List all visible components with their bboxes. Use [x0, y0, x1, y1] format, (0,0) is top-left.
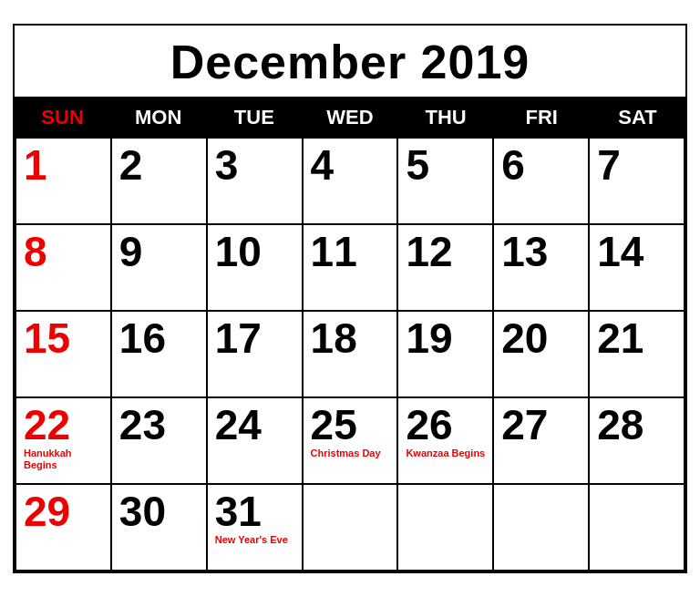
cell-date: 19 — [406, 317, 452, 359]
calendar-cell: 16 — [112, 312, 208, 398]
cell-date: 28 — [597, 404, 643, 446]
cell-date: 6 — [501, 144, 525, 186]
cell-date: 2 — [119, 144, 143, 186]
cell-date: 31 — [215, 490, 262, 532]
calendar-cell: 3 — [208, 139, 304, 225]
cell-date: 1 — [24, 144, 47, 186]
calendar-cell: 2 — [112, 139, 208, 225]
calendar-cell: 14 — [590, 225, 685, 312]
calendar-cell: 6 — [494, 139, 590, 225]
calendar-body: 12345678910111213141516171819202122Hanuk… — [15, 137, 685, 571]
cell-event: New Year's Eve — [215, 534, 288, 546]
calendar-cell: 4 — [304, 139, 399, 225]
cell-date: 3 — [215, 144, 239, 186]
calendar-cell: 1 — [16, 139, 112, 225]
cell-event: Hanukkah Begins — [24, 448, 103, 471]
cell-date: 13 — [501, 231, 548, 273]
calendar-cell: 22Hanukkah Begins — [16, 398, 112, 485]
calendar-cell: 24 — [208, 398, 304, 485]
cell-date: 10 — [215, 231, 262, 273]
calendar-cell: 15 — [16, 312, 112, 398]
calendar-cell: 18 — [304, 312, 399, 398]
header-day-sun: SUN — [15, 98, 110, 137]
cell-event: Kwanzaa Begins — [406, 448, 485, 459]
cell-date: 21 — [597, 317, 643, 359]
cell-date: 7 — [597, 144, 621, 186]
calendar-cell: 19 — [398, 312, 494, 398]
cell-date: 11 — [311, 231, 357, 273]
cell-date: 24 — [215, 404, 262, 446]
calendar: December 2019 SUNMONTUEWEDTHUFRISAT 1234… — [13, 24, 687, 573]
cell-date: 17 — [215, 317, 262, 359]
calendar-cell: 17 — [208, 312, 304, 398]
cell-date: 16 — [119, 317, 166, 359]
calendar-cell: 27 — [494, 398, 590, 485]
cell-date: 23 — [119, 404, 166, 446]
calendar-cell: 28 — [590, 398, 685, 485]
calendar-header: SUNMONTUEWEDTHUFRISAT — [15, 98, 685, 137]
cell-date: 9 — [119, 231, 143, 273]
cell-date: 8 — [24, 231, 47, 273]
cell-date: 25 — [311, 404, 357, 446]
calendar-cell: 12 — [398, 225, 494, 312]
cell-date: 12 — [406, 231, 452, 273]
cell-date: 27 — [501, 404, 548, 446]
cell-date: 18 — [311, 317, 357, 359]
cell-date: 29 — [24, 490, 70, 532]
cell-date: 15 — [24, 317, 70, 359]
cell-date: 5 — [406, 144, 429, 186]
cell-date: 20 — [501, 317, 548, 359]
calendar-cell: 25Christmas Day — [304, 398, 399, 485]
calendar-cell: 20 — [494, 312, 590, 398]
calendar-title: December 2019 — [15, 26, 685, 98]
calendar-cell: 13 — [494, 225, 590, 312]
header-day-wed: WED — [302, 98, 397, 137]
calendar-cell — [398, 485, 494, 571]
cell-date: 26 — [406, 404, 452, 446]
calendar-cell: 23 — [112, 398, 208, 485]
header-day-fri: FRI — [494, 98, 590, 137]
calendar-cell: 11 — [304, 225, 399, 312]
calendar-cell: 5 — [398, 139, 494, 225]
calendar-cell: 26Kwanzaa Begins — [398, 398, 494, 485]
cell-date: 14 — [597, 231, 643, 273]
calendar-cell — [304, 485, 399, 571]
calendar-cell: 21 — [590, 312, 685, 398]
cell-date: 22 — [24, 404, 70, 446]
calendar-cell: 9 — [112, 225, 208, 312]
calendar-cell — [494, 485, 590, 571]
calendar-cell: 10 — [208, 225, 304, 312]
calendar-cell: 31New Year's Eve — [208, 485, 304, 571]
cell-date: 30 — [119, 490, 166, 532]
header-day-tue: TUE — [206, 98, 302, 137]
calendar-cell: 30 — [112, 485, 208, 571]
header-day-thu: THU — [398, 98, 494, 137]
calendar-cell: 29 — [16, 485, 112, 571]
header-day-sat: SAT — [590, 98, 685, 137]
calendar-cell: 8 — [16, 225, 112, 312]
calendar-cell: 7 — [590, 139, 685, 225]
cell-date: 4 — [311, 144, 335, 186]
header-day-mon: MON — [110, 98, 206, 137]
cell-event: Christmas Day — [311, 448, 381, 459]
calendar-cell — [590, 485, 685, 571]
